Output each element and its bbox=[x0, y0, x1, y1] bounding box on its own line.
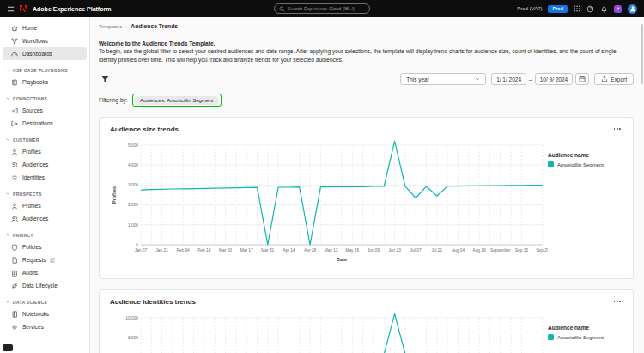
audits-icon bbox=[11, 270, 18, 277]
filter-icon[interactable] bbox=[99, 73, 112, 85]
export-button-label: Export bbox=[611, 76, 627, 82]
card-title: Audience identities trends bbox=[110, 298, 196, 306]
audience-filter-chip[interactable]: Audiences: Amoxicillin Segment bbox=[134, 96, 219, 105]
start-date-field[interactable]: 1/ 1/ 2024 bbox=[491, 73, 526, 85]
sidebar-section-connections[interactable]: CONNECTIONS bbox=[0, 93, 89, 104]
chevron-down-icon bbox=[6, 192, 10, 196]
sidebar-item-prospect-profiles[interactable]: Profiles bbox=[0, 199, 89, 212]
more-actions-icon[interactable] bbox=[612, 125, 623, 132]
svg-text:Jan 21: Jan 21 bbox=[155, 248, 168, 253]
sidebar-section-privacy[interactable]: PRIVACY bbox=[0, 229, 89, 240]
section-title: CONNECTIONS bbox=[13, 96, 47, 101]
sidebar-item-sources[interactable]: Sources bbox=[0, 104, 89, 117]
search-input[interactable]: Search Experience Cloud (⌘+/) bbox=[274, 3, 370, 14]
apps-grid-icon[interactable] bbox=[574, 5, 580, 12]
svg-text:Feb 18: Feb 18 bbox=[197, 248, 210, 253]
sidebar-item-label: Sources bbox=[22, 107, 43, 113]
home-icon bbox=[11, 25, 18, 32]
sidebar-item-identities[interactable]: Identities bbox=[0, 171, 89, 184]
sidebar-item-label: Policies bbox=[22, 244, 41, 250]
nav-footer-button[interactable] bbox=[3, 344, 13, 351]
sidebar-item-label: Workflows bbox=[22, 38, 48, 44]
sidebar-item-requests[interactable]: Requests bbox=[0, 253, 89, 266]
sidebar-item-policies[interactable]: Policies bbox=[0, 240, 89, 253]
sidebar-item-destinations[interactable]: Destinations bbox=[0, 117, 89, 130]
legend-item[interactable]: Amoxicillin Segment bbox=[548, 334, 621, 340]
audience-identities-trends-card: Audience identities trends 02,0004,0006,… bbox=[99, 289, 634, 353]
filter-toolbar: This year 1/ 1/ 2024 – 10/ 9/ 2024 Expor… bbox=[99, 73, 634, 85]
sidebar-section-use-case-playbooks[interactable]: USE CASE PLAYBOOKS bbox=[0, 64, 89, 76]
sidebar-item-notebooks[interactable]: Notebooks bbox=[0, 307, 89, 320]
date-range-picker: 1/ 1/ 2024 – 10/ 9/ 2024 bbox=[491, 73, 589, 85]
intro-body: To begin, use the global filter to selec… bbox=[99, 47, 634, 64]
section-title: PROSPECTS bbox=[13, 192, 42, 197]
svg-text:Sep 15: Sep 15 bbox=[515, 248, 529, 253]
svg-text:2,000: 2,000 bbox=[128, 203, 138, 207]
svg-text:Jan 07: Jan 07 bbox=[135, 248, 148, 253]
global-nav-bar: Adobe Experience Platform Search Experie… bbox=[0, 0, 644, 17]
sidebar-item-dashboards[interactable]: Dashboards bbox=[3, 47, 87, 60]
audience-identities-chart: 02,0004,0006,0008,00010,000Jan 07Jan 21F… bbox=[110, 307, 548, 353]
chart-legend: Audience name Amoxicillin Segment bbox=[548, 307, 621, 353]
intro-block: Welcome to the Audience Trends Template.… bbox=[99, 40, 634, 64]
sidebar-item-label: Identities bbox=[22, 174, 45, 180]
chevron-down-icon bbox=[6, 300, 10, 304]
svg-text:May 12: May 12 bbox=[325, 248, 338, 253]
sidebar-item-services[interactable]: Services bbox=[0, 320, 89, 333]
sidebar-item-data-lifecycle[interactable]: Data Lifecycle bbox=[0, 279, 89, 292]
sidebar-item-label: Audits bbox=[22, 270, 38, 276]
page-title: Audience Trends bbox=[131, 23, 178, 29]
section-title: PRIVACY bbox=[13, 233, 33, 238]
env-badge[interactable]: Prod bbox=[548, 5, 568, 13]
sidebar-section-prospects[interactable]: PROSPECTS bbox=[0, 188, 89, 199]
calendar-button[interactable] bbox=[575, 73, 589, 85]
end-date-field[interactable]: 10/ 9/ 2024 bbox=[535, 73, 574, 85]
svg-text:Apr 28: Apr 28 bbox=[304, 248, 316, 253]
profiles-icon bbox=[11, 149, 18, 155]
notifications-icon[interactable] bbox=[600, 5, 608, 13]
sidebar-item-label: Data Lifecycle bbox=[22, 283, 58, 289]
playbooks-icon bbox=[11, 79, 18, 86]
sidebar-item-label: Profiles bbox=[22, 203, 41, 209]
svg-text:Sep 29: Sep 29 bbox=[536, 248, 548, 253]
svg-text:Aug 18: Aug 18 bbox=[472, 248, 486, 253]
svg-text:Mar 17: Mar 17 bbox=[240, 248, 253, 253]
svg-text:Jul 21: Jul 21 bbox=[431, 248, 442, 253]
period-select[interactable]: This year bbox=[400, 73, 486, 85]
svg-text:0: 0 bbox=[136, 243, 138, 247]
export-button[interactable]: Export bbox=[594, 73, 634, 85]
profiles-icon bbox=[11, 203, 18, 210]
sidebar-item-audits[interactable]: Audits bbox=[0, 266, 89, 279]
sidebar-item-label: Requests bbox=[22, 257, 46, 263]
sidebar-section-data-science[interactable]: DATA SCIENCE bbox=[0, 296, 89, 307]
help-icon[interactable]: ? bbox=[586, 5, 594, 13]
sidebar-item-workflows[interactable]: Workflows bbox=[0, 34, 89, 47]
legend-item[interactable]: Amoxicillin Segment bbox=[548, 161, 621, 167]
svg-text:3,000: 3,000 bbox=[128, 183, 138, 187]
sidebar-item-label: Profiles bbox=[22, 149, 41, 155]
sidebar-item-label: Home bbox=[22, 25, 37, 31]
avatar[interactable] bbox=[628, 4, 637, 14]
audience-size-chart: 01,0002,0003,0004,0005,000Jan 07Jan 21Fe… bbox=[110, 135, 548, 271]
sidebar-item-customer-audiences[interactable]: Audiences bbox=[0, 158, 89, 171]
sidebar-item-playbooks[interactable]: Playbooks bbox=[0, 76, 89, 88]
chevron-down-icon bbox=[6, 137, 10, 142]
sidebar-item-prospect-audiences[interactable]: Audiences bbox=[0, 212, 89, 225]
environment-label: Prod (VA7) bbox=[517, 6, 542, 11]
svg-text:May 26: May 26 bbox=[345, 248, 359, 253]
scrollbar[interactable] bbox=[641, 24, 643, 84]
sidebar-item-customer-profiles[interactable]: Profiles bbox=[0, 145, 89, 158]
notebooks-icon bbox=[11, 311, 18, 318]
svg-text:5,000: 5,000 bbox=[128, 143, 138, 148]
more-actions-icon[interactable] bbox=[612, 298, 623, 305]
adobe-logo bbox=[20, 5, 27, 12]
menu-icon[interactable] bbox=[7, 5, 15, 13]
chevron-down-icon bbox=[6, 233, 10, 237]
card-title: Audience size trends bbox=[110, 125, 179, 133]
assistant-icon[interactable] bbox=[614, 5, 622, 13]
sidebar-item-home[interactable]: Home bbox=[0, 21, 89, 34]
sidebar-section-customer[interactable]: CUSTOMER bbox=[0, 134, 89, 145]
breadcrumb-templates[interactable]: Templates bbox=[99, 24, 122, 29]
services-icon bbox=[11, 324, 18, 331]
svg-text:Mar 31: Mar 31 bbox=[261, 248, 274, 253]
